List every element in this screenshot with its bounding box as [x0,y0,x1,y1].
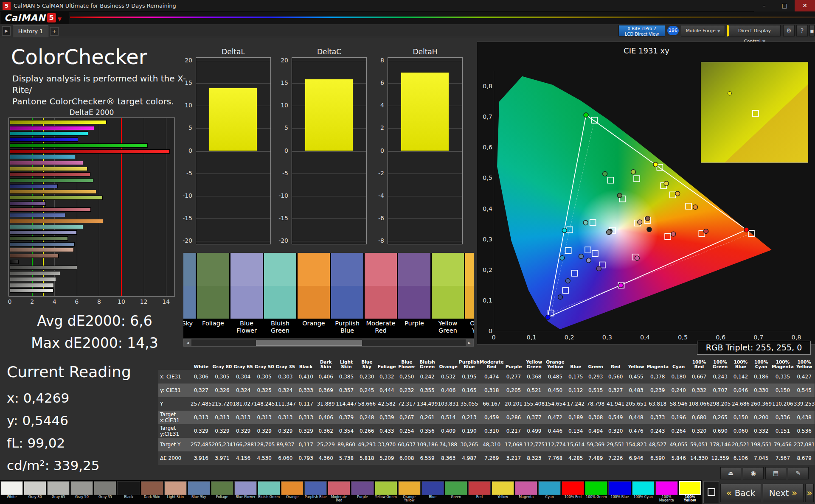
table-cell: 0,326 [212,384,233,397]
pattern-swatch[interactable]: Black [117,480,140,504]
settings-gear-button[interactable]: ⚙ [783,25,795,36]
table-cell: 0,455 [626,370,647,384]
table-cell: 0,385 [336,370,357,384]
pattern-swatch-color [117,481,140,495]
pattern-swatch[interactable]: Green [444,480,468,504]
meter-select-button[interactable]: X-Rite i1Pro 2 LCD Direct View [618,25,665,36]
add-tab-button[interactable]: + [50,27,59,36]
back-chevron-icon: « [726,487,732,498]
pattern-swatch[interactable]: Yellow [491,480,514,504]
help-button[interactable]: ? [796,25,808,36]
cie-target-marker [572,270,578,276]
skip-button[interactable]: » [805,484,814,502]
report-button[interactable]: ✎ [788,467,809,479]
pattern-swatch[interactable]: 100% Red [561,480,585,504]
table-cell: 6,008 [397,451,417,465]
pattern-swatch-label: Green [445,496,467,499]
axis-tick-label: 0,2 [562,334,576,341]
display-control-button[interactable]: Direct Display Control▼ [727,25,781,36]
pattern-swatch[interactable]: Gray 35 [93,480,117,504]
deltae-bar [10,155,75,159]
pattern-swatch[interactable]: Gray 50 [70,480,93,504]
column-header: Foliage [377,358,397,370]
table-cell: 0,406 [316,370,336,384]
pattern-swatch[interactable]: Red [468,480,491,504]
pattern-swatch[interactable]: Foliage [211,480,234,504]
gridline [196,218,270,219]
strip-scrollbar[interactable]: ◄ ► [183,339,474,347]
pattern-swatch[interactable]: Light Skin [164,480,187,504]
strip-swatch-label: Blue Sky [183,319,196,334]
pattern-swatch[interactable]: White [0,480,23,504]
pattern-swatch[interactable]: 100% Yellow [678,480,702,504]
pattern-swatch[interactable]: Gray 80 [23,480,47,504]
deltae-bar [10,137,78,142]
minimize-button[interactable]: – [754,0,774,11]
axis-tick-label: 20 [277,57,288,64]
table-cell: 0,362 [316,424,336,438]
deltae-bar [10,120,107,124]
pattern-swatch-label: Magenta [515,496,537,499]
pattern-swatch[interactable]: 100% Blue [608,480,631,504]
pattern-swatch[interactable]: Orange Yellow [398,480,421,504]
pattern-swatch[interactable]: Cyan [538,480,561,504]
maximize-button[interactable]: □ [774,0,795,11]
cie-measured-marker [647,227,652,232]
calman-logo[interactable]: CalMAN5▼ [1,12,69,24]
eject-button[interactable]: ⏏ [720,467,741,479]
strip-swatch-target [264,253,296,286]
pattern-swatch[interactable]: Moderate Red [327,480,351,504]
tab-history-1[interactable]: History 1 [13,25,48,37]
logo-version: 5 [47,13,56,22]
axis-tick-label: 0,4 [479,205,492,212]
pattern-swatch[interactable]: Blue Sky [187,480,211,504]
pattern-swatch[interactable]: 100% Green [585,480,608,504]
close-button[interactable]: ✕ [795,0,815,11]
axis-tick-label: 0,5 [676,334,690,341]
table-cell: 0,406 [438,384,459,397]
strip-swatch-label: Foliage [197,319,229,334]
pattern-swatch[interactable]: Dark Skin [141,480,164,504]
pattern-swatch[interactable]: Purplish Blue [304,480,327,504]
cie-target-marker [608,177,614,183]
pattern-swatch-color [258,481,280,495]
axis-tick-label: 20 [181,57,192,64]
gridline [196,174,270,174]
cie-measured-marker [583,220,588,225]
table-cell: 0,150 [731,411,750,424]
pin-button[interactable]: ▪ [809,25,815,36]
gridline [292,174,366,174]
pattern-swatch[interactable]: Gray 65 [47,480,70,504]
cie-measured-marker [645,216,650,221]
pattern-swatch-label: Blue Sky [188,496,210,499]
back-button[interactable]: « Back [720,484,761,502]
snapshot-button[interactable]: ◉ [743,467,764,479]
pattern-swatch[interactable]: Blue [421,480,444,504]
scroll-left-icon[interactable]: ◄ [184,339,191,346]
pattern-swatch[interactable]: Magenta [514,480,538,504]
pattern-swatch[interactable]: Blue Flower [234,480,257,504]
table-cell: 257,485 [191,438,212,451]
pattern-swatch[interactable]: 100% Magenta [655,480,678,504]
pattern-swatch[interactable]: Purple [351,480,374,504]
table-cell: 3,971 [212,451,233,465]
axis-tick-label: -4 [373,192,384,199]
pattern-swatch-color [234,481,257,495]
source-select-button[interactable]: Mobile Forge▼ [681,25,725,36]
pattern-swatch[interactable]: 100% Cyan [632,480,655,504]
pattern-swatch[interactable]: Yellow Green [374,480,398,504]
notes-button[interactable]: ▤ [765,467,786,479]
cie-measured-marker [596,266,601,271]
cie-panel: CIE 1931 xy 00,10,20,30,40,50,60,70,8 RG… [477,42,815,344]
scrollbar-thumb[interactable] [256,340,362,346]
strip-swatch-measured [398,286,430,319]
column-header: 100% Magenta [772,358,794,370]
pattern-swatch[interactable]: Orange [281,480,304,504]
pattern-window-button[interactable] [703,481,719,503]
scroll-right-icon[interactable]: ► [466,339,473,346]
next-button[interactable]: Next » [763,484,804,502]
table-cell: 63,818 [646,397,669,411]
pattern-swatch[interactable]: Bluish Green [257,480,281,504]
table-cell: 8,363 [438,451,459,465]
tab-scroll-button[interactable]: ▶ [2,26,11,36]
